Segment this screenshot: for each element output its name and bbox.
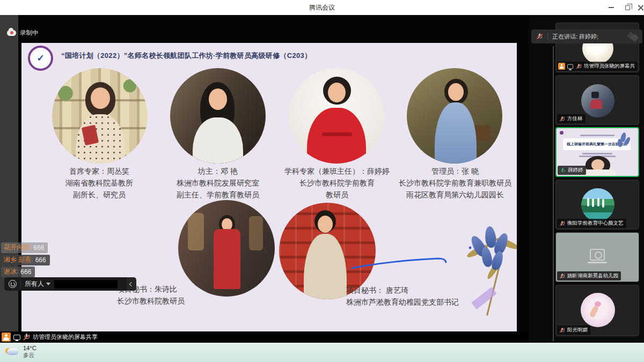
recording-indicator: 录制中	[7, 29, 39, 37]
mic-muted-icon	[559, 220, 565, 226]
chat-message: 湘乡 彭燕:666	[1, 255, 50, 265]
camera-placeholder-icon	[590, 249, 605, 261]
share-banner-label: 坊管理员张晓的屏幕共享	[33, 333, 98, 341]
participant-label: 衡阳学前教育中心颜文艺	[557, 219, 626, 228]
speaking-label: 正在讲话: 薛婷婷;	[552, 33, 624, 41]
participant-label: 坊管理员张晓的屏幕共享	[557, 62, 638, 71]
participant-label: 阳光明媚	[557, 326, 590, 335]
recording-label: 录制中	[20, 29, 39, 37]
mic-muted-icon	[23, 334, 30, 341]
chat-message: 谢冰:666	[1, 267, 35, 277]
minimize-icon	[609, 7, 614, 8]
participant-tile-yanwenyi[interactable]: 衡阳学前教育中心颜文艺	[555, 180, 639, 230]
screen-share-icon	[567, 64, 573, 69]
weather-widget[interactable]: 14°C 多云	[5, 344, 36, 359]
mic-active-icon	[560, 167, 565, 173]
mic-muted-icon	[576, 63, 581, 69]
participant-label: 方佳林	[557, 114, 586, 123]
meeting-main-area: 录制中 “国培计划（2022）”名师名校长领航团队工作坊·学前教研员高级研修（C…	[0, 15, 644, 343]
participant-tile-yaoxin[interactable]: 姚昕湖南新晃县幼儿园	[555, 232, 639, 282]
participant-label: 薛婷婷	[558, 166, 586, 175]
weather-desc: 多云	[23, 352, 36, 359]
weather-icon	[5, 347, 19, 356]
chat-input-bar: 所有人	[4, 277, 127, 291]
chevron-down-icon	[46, 283, 50, 285]
avatar	[581, 188, 614, 221]
chat-collapse-button[interactable]	[127, 277, 136, 291]
window-title: 腾讯会议	[0, 0, 644, 15]
participants-scrollbar[interactable]	[553, 46, 554, 341]
chat-message: 花开向阳:666	[1, 242, 48, 253]
mic-muted-icon	[559, 273, 565, 279]
close-button[interactable]	[631, 0, 644, 15]
close-icon	[638, 5, 643, 11]
weather-temp: 14°C	[23, 344, 36, 352]
divider	[547, 33, 548, 40]
presenter-icon	[2, 333, 11, 342]
tencent-meeting-logo-watermark-icon	[628, 33, 638, 41]
restore-icon	[625, 5, 630, 10]
participants-sidebar: 坊管理员张晓的屏幕共享 方佳林 线上研修开班典礼暨第一次在线培训	[529, 15, 644, 343]
window-titlebar: 腾讯会议	[0, 0, 644, 15]
screen-share-icon	[13, 335, 20, 340]
screen-share-banner: 坊管理员张晓的屏幕共享	[0, 331, 529, 343]
chevron-left-icon	[129, 282, 134, 286]
emoji-icon[interactable]	[9, 280, 17, 288]
participant-label: 姚昕湖南新晃县幼儿园	[557, 271, 621, 280]
participant-tile-yangguangmingmei[interactable]: 阳光明媚	[555, 285, 639, 336]
chat-target-dropdown[interactable]: 所有人	[25, 279, 50, 289]
mic-muted-icon	[559, 327, 565, 333]
mic-muted-icon	[537, 33, 543, 40]
windows-taskbar: 14°C 多云 中 9:0	[0, 343, 644, 362]
minimize-button[interactable]	[602, 0, 620, 15]
presenter-icon	[558, 63, 565, 70]
participant-tile-fangjialin[interactable]: 方佳林	[555, 75, 639, 125]
mic-muted-icon	[559, 116, 565, 122]
divider	[20, 280, 21, 288]
speaking-status-bar: 正在讲话: 薛婷婷;	[531, 29, 642, 43]
chat-input[interactable]	[54, 280, 118, 289]
participant-tile-xuetingting[interactable]: 线上研修开班典礼暨第一次在线培训 薛婷婷	[555, 127, 639, 177]
cloud-recording-icon	[7, 30, 16, 36]
tencent-meeting-window: 腾讯会议 录制中 “国培计划（2022）”名师名校长领航团队工作坊·学前教研员高…	[0, 0, 644, 362]
